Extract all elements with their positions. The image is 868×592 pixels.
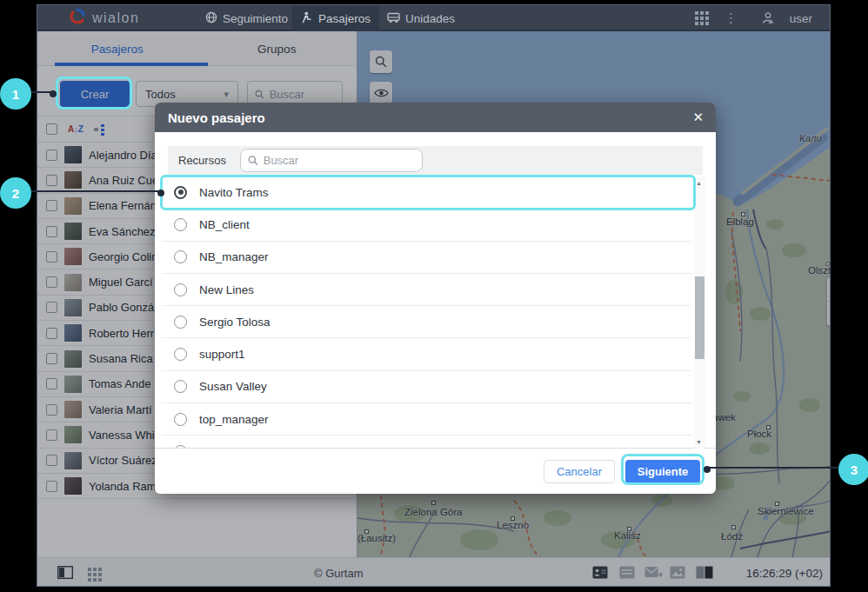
resource-label: New Lines bbox=[199, 283, 254, 296]
user-name-label: user bbox=[790, 5, 812, 31]
callout-line-2 bbox=[30, 190, 162, 192]
scrollbar[interactable]: ▲ ▼ bbox=[694, 176, 705, 449]
cancel-button[interactable]: Cancelar bbox=[544, 460, 615, 483]
user-icon[interactable] bbox=[760, 5, 776, 31]
callout-badge-3: 3 bbox=[838, 454, 868, 485]
radio-selected-icon[interactable] bbox=[174, 186, 187, 199]
resource-label: NB_client bbox=[199, 218, 250, 231]
nav-tab-seguimiento[interactable]: Seguimiento bbox=[197, 5, 297, 31]
close-icon[interactable]: ✕ bbox=[692, 110, 704, 125]
dialog-header: Nuevo pasajero ✕ bbox=[155, 103, 716, 132]
radio-icon[interactable] bbox=[174, 218, 187, 231]
resource-label: Navito Trams bbox=[199, 186, 269, 199]
resource-option[interactable]: Sergio Tolosa bbox=[162, 306, 691, 338]
globe-icon bbox=[205, 11, 217, 26]
scrollbar-thumb[interactable] bbox=[695, 276, 704, 359]
resource-label: support1 bbox=[199, 348, 245, 361]
resource-option[interactable]: NB_client bbox=[162, 209, 691, 241]
resource-list: Navito Trams NB_client NB_manager New Li… bbox=[155, 176, 716, 449]
resource-option[interactable]: T bbox=[162, 436, 691, 449]
dialog-title: Nuevo pasajero bbox=[168, 110, 265, 125]
callout-line-3 bbox=[708, 467, 840, 469]
scroll-down-icon[interactable]: ▼ bbox=[696, 439, 702, 445]
nav-tab-pasajeros[interactable]: Pasajeros bbox=[292, 5, 379, 31]
wialon-logo-icon bbox=[69, 8, 86, 29]
callout-badge-1: 1 bbox=[0, 78, 31, 110]
callout-dot-2 bbox=[157, 190, 164, 196]
radio-icon[interactable] bbox=[174, 413, 187, 426]
passenger-icon bbox=[301, 11, 313, 26]
resource-label: top_manager bbox=[199, 413, 269, 426]
nav-tab-label: Unidades bbox=[405, 12, 455, 25]
apps-grid-icon[interactable] bbox=[695, 5, 709, 31]
resource-option[interactable]: Susan Valley bbox=[162, 371, 691, 403]
resource-option-selected[interactable]: Navito Trams bbox=[162, 176, 691, 209]
resource-label: Sergio Tolosa bbox=[199, 316, 270, 329]
search-icon bbox=[248, 155, 258, 166]
wialon-logo[interactable]: wialon bbox=[69, 5, 139, 31]
radio-icon[interactable] bbox=[174, 380, 187, 393]
resource-option[interactable]: top_manager bbox=[162, 403, 691, 436]
nav-tab-label: Seguimiento bbox=[223, 12, 288, 25]
radio-icon[interactable] bbox=[174, 316, 187, 329]
radio-icon[interactable] bbox=[174, 283, 187, 296]
next-button[interactable]: Siguiente bbox=[625, 460, 700, 483]
resource-search-input[interactable] bbox=[264, 154, 415, 167]
callout-badge-2: 2 bbox=[0, 177, 31, 209]
resources-toolbar: Recursos bbox=[168, 146, 703, 175]
radio-icon[interactable] bbox=[174, 348, 187, 361]
resource-label: NB_manager bbox=[199, 250, 269, 263]
kebab-menu-icon[interactable]: ⋮ bbox=[724, 5, 738, 31]
callout-dot-1 bbox=[50, 90, 57, 97]
resource-option[interactable]: New Lines bbox=[162, 274, 691, 306]
radio-icon[interactable] bbox=[174, 250, 187, 263]
top-navbar: wialon Seguimiento Pasajeros Unidades ⋮ bbox=[37, 5, 830, 31]
resource-label: Susan Valley bbox=[199, 380, 267, 393]
resource-search bbox=[240, 149, 423, 172]
resources-label: Recursos bbox=[178, 154, 226, 167]
wialon-logo-text: wialon bbox=[92, 10, 139, 26]
new-passenger-dialog: Nuevo pasajero ✕ Recursos Navito Trams N… bbox=[155, 103, 716, 494]
scroll-up-icon[interactable]: ▲ bbox=[696, 180, 702, 186]
resource-option[interactable]: NB_manager bbox=[162, 242, 691, 274]
dialog-footer: Cancelar Siguiente bbox=[155, 449, 716, 494]
nav-tab-unidades[interactable]: Unidades bbox=[378, 5, 464, 31]
resource-option[interactable]: support1 bbox=[162, 339, 691, 371]
callout-dot-3 bbox=[704, 466, 711, 473]
nav-tab-label: Pasajeros bbox=[318, 12, 371, 25]
bus-icon bbox=[387, 11, 400, 26]
